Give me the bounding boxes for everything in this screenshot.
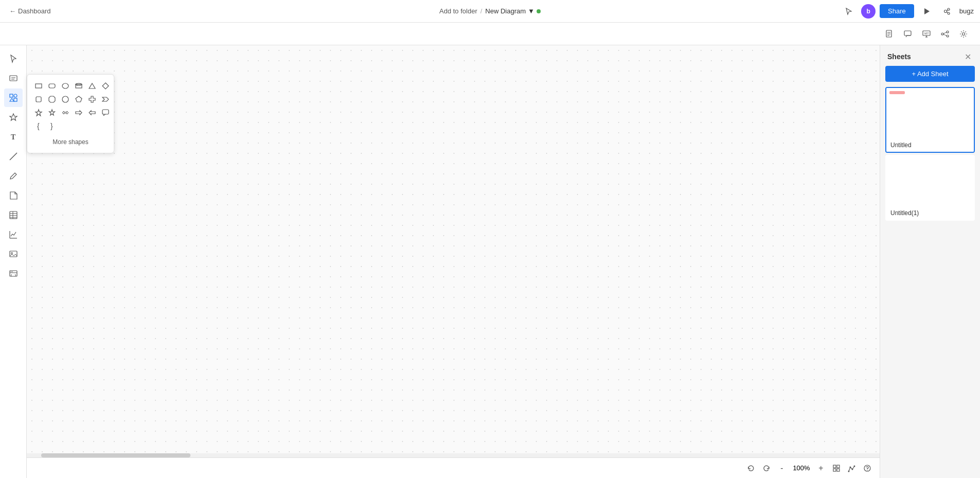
header: ← Dashboard Add to folder / New Diagram … xyxy=(0,0,980,23)
table-tool[interactable] xyxy=(4,206,23,224)
diagram-name[interactable]: New Diagram ▼ xyxy=(485,7,541,15)
shape-circle[interactable] xyxy=(59,80,72,92)
help-button[interactable] xyxy=(861,462,873,474)
settings-panel-button[interactable] xyxy=(955,26,972,42)
shape-rectangle[interactable] xyxy=(32,80,45,92)
favorites-tool[interactable] xyxy=(4,108,23,127)
shape-arrow-left[interactable] xyxy=(86,107,98,119)
shape-arrow-right[interactable] xyxy=(73,107,85,119)
redo-icon xyxy=(762,464,771,472)
svg-line-18 xyxy=(943,32,947,33)
shape-speech-bubble[interactable] xyxy=(99,107,112,119)
select-tool[interactable] xyxy=(4,49,23,68)
connections-panel-button[interactable] xyxy=(937,26,953,42)
sheets-panel-close-button[interactable]: ✕ xyxy=(962,51,973,62)
sheets-panel: Sheets ✕ + Add Sheet Untitled Untitled(1… xyxy=(880,45,980,478)
zoom-in-button[interactable]: + xyxy=(815,462,827,474)
shape-triangle[interactable] xyxy=(86,80,98,92)
svg-point-3 xyxy=(948,12,950,14)
pencil-tool[interactable] xyxy=(4,167,23,185)
shape-octagon[interactable] xyxy=(46,93,58,105)
shape-double-arrow[interactable] xyxy=(59,107,72,119)
shape-rounded-rect[interactable] xyxy=(46,80,58,92)
select-icon xyxy=(9,54,18,63)
shape-diamond[interactable] xyxy=(99,80,112,92)
fit-button[interactable] xyxy=(830,462,843,474)
scrollbar-thumb[interactable] xyxy=(41,453,190,457)
text-block-tool[interactable] xyxy=(4,69,23,87)
svg-marker-53 xyxy=(102,97,109,101)
line-tool[interactable] xyxy=(4,147,23,166)
sheet-item-2[interactable]: Untitled(1) xyxy=(885,155,975,221)
svg-rect-43 xyxy=(49,84,55,88)
zoom-out-button[interactable]: - xyxy=(776,462,788,474)
add-sheet-button[interactable]: + Add Sheet xyxy=(885,66,975,82)
sheet-content-indicator xyxy=(889,91,905,94)
svg-point-40 xyxy=(10,271,11,272)
toolbar-icons-row: MIT xyxy=(0,23,980,45)
shapes-tool[interactable] xyxy=(4,88,23,107)
svg-line-5 xyxy=(947,11,948,12)
shape-cylinder[interactable] xyxy=(73,80,85,92)
note-tool[interactable] xyxy=(4,186,23,205)
desktop-panel-button[interactable]: MIT xyxy=(918,26,935,42)
shape-brace-open[interactable]: { xyxy=(32,120,45,132)
sheet-thumbnail-2 xyxy=(886,156,974,207)
share-link-button[interactable] xyxy=(939,3,955,20)
play-button[interactable] xyxy=(918,3,935,20)
svg-point-25 xyxy=(14,94,17,97)
avatar[interactable]: b xyxy=(861,4,876,19)
svg-rect-21 xyxy=(10,76,17,81)
username-label[interactable]: bugz xyxy=(959,7,974,15)
folder-link[interactable]: Add to folder xyxy=(440,7,478,15)
embed-tool[interactable] xyxy=(4,264,23,283)
line-icon xyxy=(9,152,18,161)
cursor-icon xyxy=(845,7,853,15)
redo-button[interactable] xyxy=(760,462,773,474)
shape-star-4[interactable] xyxy=(32,107,45,119)
chart-tool[interactable] xyxy=(4,225,23,244)
shapes-grid: { } xyxy=(32,80,109,132)
play-icon xyxy=(922,7,931,15)
svg-rect-10 xyxy=(904,31,911,36)
note-icon xyxy=(9,191,18,200)
shape-circle2[interactable] xyxy=(59,93,72,105)
sheet-label-2: Untitled(1) xyxy=(886,207,974,220)
zoom-value[interactable]: 100% xyxy=(791,464,812,472)
svg-marker-50 xyxy=(49,96,55,102)
back-button[interactable]: ← Dashboard xyxy=(6,5,54,17)
shape-pentagon[interactable] xyxy=(73,93,85,105)
shapes-popup: { } More shapes xyxy=(27,74,114,153)
shape-brace-close[interactable]: } xyxy=(46,120,58,132)
page-panel-button[interactable] xyxy=(881,26,898,42)
shape-cross[interactable] xyxy=(86,93,98,105)
text-block-icon xyxy=(9,74,18,83)
svg-rect-26 xyxy=(14,98,17,101)
comment-panel-button[interactable] xyxy=(900,26,916,42)
settings-icon xyxy=(959,29,968,39)
svg-rect-36 xyxy=(10,251,17,257)
shape-chevron[interactable] xyxy=(99,93,112,105)
text-tool[interactable]: T xyxy=(4,128,23,146)
sheets-list: Untitled Untitled(1) xyxy=(880,87,980,478)
svg-marker-47 xyxy=(89,83,95,88)
header-right-actions: b Share bugz xyxy=(841,3,974,20)
left-sidebar: T xyxy=(0,45,27,478)
shape-star[interactable] xyxy=(46,107,58,119)
svg-text:MIT: MIT xyxy=(924,32,929,35)
save-status-dot xyxy=(536,9,540,13)
horizontal-scrollbar[interactable] xyxy=(0,453,880,457)
svg-point-68 xyxy=(867,470,867,470)
more-shapes-button[interactable]: More shapes xyxy=(32,136,109,148)
svg-point-1 xyxy=(944,10,947,12)
svg-point-2 xyxy=(948,8,950,10)
main-area: T xyxy=(0,45,980,478)
canvas[interactable] xyxy=(27,45,880,478)
sheet-item-1[interactable]: Untitled xyxy=(885,87,975,153)
shape-rounded-square[interactable] xyxy=(32,93,45,105)
cursor-mode-button[interactable] xyxy=(841,3,857,20)
waypoints-button[interactable] xyxy=(846,462,858,474)
share-button[interactable]: Share xyxy=(880,4,914,18)
undo-button[interactable] xyxy=(745,462,757,474)
image-tool[interactable] xyxy=(4,245,23,263)
